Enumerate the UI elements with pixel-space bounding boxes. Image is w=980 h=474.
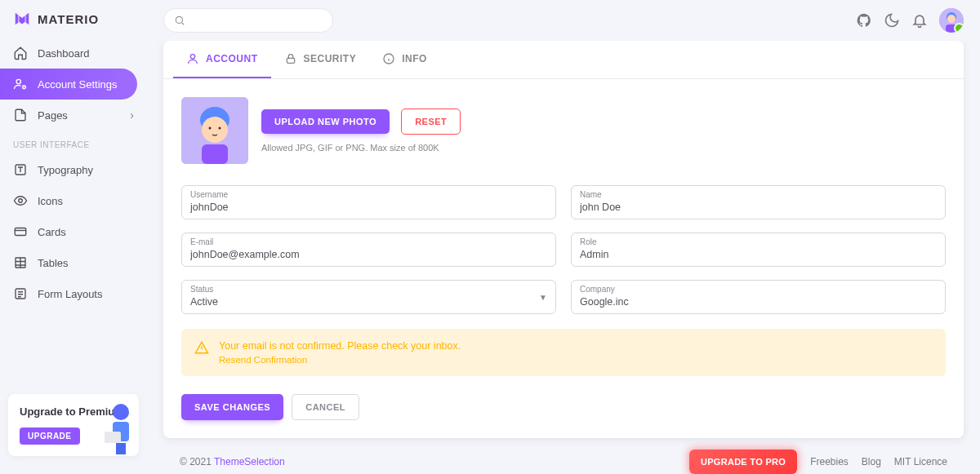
sidebar: MATERIO Dashboard Account Settings Pages… — [0, 0, 147, 474]
account-icon — [186, 52, 199, 65]
company-field[interactable]: Company — [571, 280, 946, 314]
svg-point-21 — [202, 117, 228, 143]
username-input[interactable] — [190, 200, 547, 213]
nav-label: Dashboard — [38, 47, 90, 60]
svg-point-3 — [19, 199, 23, 203]
footer-link-freebies[interactable]: Freebies — [810, 456, 849, 467]
nav-account-settings[interactable]: Account Settings — [0, 69, 137, 100]
svg-point-1 — [23, 86, 25, 88]
cancel-button[interactable]: CANCEL — [292, 394, 359, 420]
tab-account[interactable]: ACCOUNT — [173, 41, 271, 78]
status-field[interactable]: Status ▼ — [181, 280, 556, 314]
tab-label: SECURITY — [304, 53, 357, 64]
themeselection-link[interactable]: ThemeSelection — [214, 456, 285, 467]
field-label: Name — [580, 191, 937, 199]
lock-icon — [284, 52, 297, 65]
name-field[interactable]: Name — [571, 185, 946, 219]
svg-point-7 — [113, 404, 129, 420]
search-box[interactable] — [163, 8, 333, 33]
status-select[interactable] — [190, 295, 547, 308]
tab-security[interactable]: SECURITY — [271, 41, 370, 78]
nav-label: Typography — [38, 164, 93, 176]
home-icon — [13, 46, 28, 60]
footer-copyright: © 2021 ThemeSelection — [180, 456, 285, 467]
upgrade-button[interactable]: UPGRADE — [20, 427, 80, 445]
svg-point-11 — [176, 16, 182, 23]
nav-icons[interactable]: Icons — [0, 185, 147, 216]
svg-rect-4 — [15, 228, 26, 236]
upload-photo-button[interactable]: UPLOAD NEW PHOTO — [261, 109, 390, 134]
svg-rect-9 — [105, 432, 121, 443]
reset-photo-button[interactable]: RESET — [401, 109, 461, 135]
tabs: ACCOUNT SECURITY INFO — [163, 41, 964, 79]
card-icon — [13, 224, 28, 239]
nav-cards[interactable]: Cards — [0, 216, 147, 247]
table-icon — [13, 255, 28, 270]
field-label: Username — [190, 191, 547, 199]
svg-point-14 — [947, 15, 956, 23]
nav-label: Icons — [38, 195, 63, 207]
search-input[interactable] — [185, 15, 323, 27]
footer: © 2021 ThemeSelection UPGRADE TO PRO Fre… — [163, 438, 964, 474]
email-field[interactable]: E-mail — [181, 233, 556, 267]
svg-point-23 — [219, 127, 221, 130]
section-header-ui: USER INTERFACE — [0, 131, 147, 154]
resend-confirmation-link[interactable]: Resend Confirmation — [219, 355, 461, 365]
nav-tables[interactable]: Tables — [0, 247, 147, 278]
materio-logo-icon — [13, 10, 31, 28]
brand-logo[interactable]: MATERIO — [0, 10, 147, 38]
tab-info[interactable]: INFO — [369, 41, 440, 78]
company-input[interactable] — [580, 295, 937, 308]
user-avatar[interactable] — [939, 8, 964, 33]
tab-label: ACCOUNT — [206, 53, 258, 64]
theme-toggle-icon[interactable] — [884, 12, 900, 29]
file-icon — [13, 108, 28, 122]
topbar — [147, 0, 980, 41]
info-icon — [382, 52, 395, 65]
eye-icon — [13, 193, 28, 208]
bell-icon[interactable] — [911, 12, 928, 29]
nav-label: Cards — [38, 226, 66, 238]
nav-pages[interactable]: Pages › — [0, 100, 147, 131]
upgrade-illustration — [98, 401, 144, 456]
nav-typography[interactable]: Typography — [0, 154, 147, 185]
svg-rect-17 — [287, 58, 294, 63]
nav-label: Form Layouts — [38, 288, 102, 300]
photo-hint: Allowed JPG, GIF or PNG. Max size of 800… — [261, 143, 461, 153]
dropdown-icon: ▼ — [539, 293, 547, 302]
nav-label: Tables — [38, 257, 69, 269]
svg-point-0 — [16, 79, 20, 83]
typography-icon — [13, 162, 28, 177]
field-label: E-mail — [190, 238, 547, 246]
field-label: Status — [190, 286, 547, 294]
email-input[interactable] — [190, 247, 547, 260]
username-field[interactable]: Username — [181, 185, 556, 219]
footer-link-blog[interactable]: Blog — [862, 456, 881, 467]
name-input[interactable] — [580, 200, 937, 213]
nav-label: Pages — [38, 109, 68, 122]
svg-rect-15 — [946, 24, 957, 33]
chevron-right-icon: › — [130, 109, 134, 122]
alert-message: Your email is not confirmed. Please chec… — [219, 340, 461, 352]
account-settings-icon — [13, 77, 28, 91]
warning-icon — [194, 340, 209, 355]
search-icon — [174, 15, 185, 26]
svg-point-22 — [209, 127, 212, 130]
profile-photo — [181, 97, 248, 164]
form-icon — [13, 286, 28, 301]
field-label: Company — [580, 286, 937, 294]
save-button[interactable]: SAVE CHANGES — [181, 394, 283, 420]
footer-link-licence[interactable]: MIT Licence — [894, 456, 947, 467]
role-field[interactable]: Role — [571, 233, 946, 267]
svg-rect-10 — [116, 443, 126, 454]
nav-form-layouts[interactable]: Form Layouts — [0, 278, 147, 309]
upgrade-card: Upgrade to Premium UPGRADE — [8, 394, 139, 456]
svg-point-16 — [190, 55, 194, 59]
upgrade-pro-button[interactable]: UPGRADE TO PRO — [689, 450, 797, 474]
nav-dashboard[interactable]: Dashboard — [0, 38, 147, 69]
field-label: Role — [580, 238, 937, 246]
github-icon[interactable] — [856, 12, 872, 29]
role-input[interactable] — [580, 247, 937, 260]
brand-name: MATERIO — [38, 12, 99, 26]
nav-label: Account Settings — [38, 78, 118, 91]
